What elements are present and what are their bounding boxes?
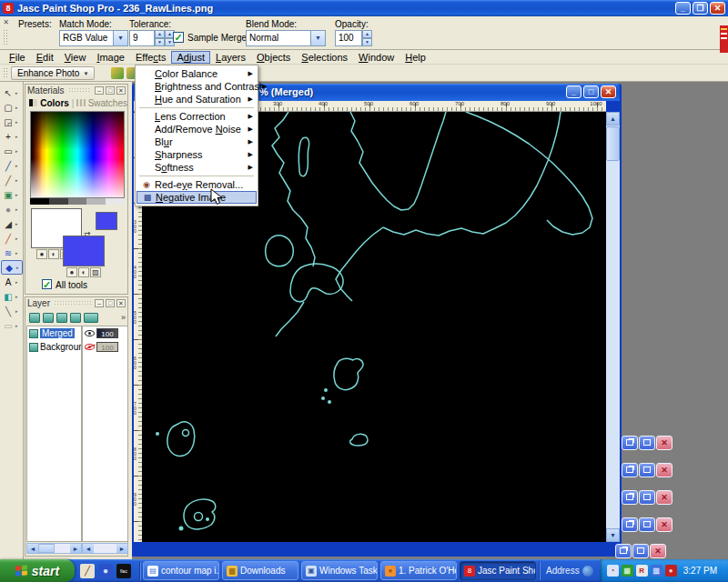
tool-flyout-icon[interactable]: ▸ (15, 148, 18, 154)
media-tray-icon[interactable]: ◔ (607, 565, 619, 577)
all-tools-checkbox[interactable]: ✓ (42, 279, 52, 289)
restore-window-button[interactable] (615, 544, 632, 558)
layer-maximize-icon[interactable]: □ (106, 299, 115, 307)
taskbar-task-contour-map-i[interactable]: ▤contour map i... (143, 561, 219, 580)
image-minimize-button[interactable]: _ (566, 85, 581, 98)
preset-shapes-tool[interactable]: ◧▸ (1, 289, 23, 304)
layer-opacity-value[interactable]: 100 (96, 328, 118, 338)
menu-file[interactable]: File (4, 51, 31, 64)
letter-r-tray-icon[interactable]: R (636, 565, 648, 577)
enhance-grip[interactable] (3, 67, 7, 79)
move-tool[interactable]: +▸ (1, 129, 23, 144)
tool-flyout-icon[interactable]: ▸ (15, 250, 18, 256)
selection-tool[interactable]: ▢▸ (1, 100, 23, 115)
scroll-right-icon[interactable]: ► (70, 544, 81, 553)
sample-merged-checkbox[interactable]: ✓ (173, 32, 184, 43)
close-window-button[interactable]: ✕ (650, 544, 666, 558)
menu-adjust[interactable]: Adjust (171, 51, 210, 64)
layer-grip[interactable] (54, 300, 91, 306)
menu-item-color-balance[interactable]: Color Balance▶ (136, 67, 257, 80)
pen-tool[interactable]: ╲▸ (1, 304, 23, 318)
fill-solid-icon[interactable]: ● (66, 267, 77, 277)
image-maximize-button[interactable]: □ (583, 85, 599, 98)
paintbrush-launcher-icon[interactable]: ╱ (80, 564, 95, 578)
object-selector-tool[interactable]: ▭▸ (1, 318, 23, 333)
close-button[interactable]: ✕ (710, 2, 725, 15)
crop-tool[interactable]: ▭▸ (1, 144, 23, 158)
style-gradient-icon[interactable]: ◐ (48, 249, 59, 259)
tool-flyout-icon[interactable]: ▸ (15, 236, 18, 241)
background-color-mini-swatch[interactable] (96, 212, 117, 230)
tool-flyout-icon[interactable]: ▸ (15, 163, 18, 168)
text-tool[interactable]: A▸ (1, 275, 23, 289)
layer-list-hscrollbar[interactable]: ◄ ► (26, 543, 82, 554)
taskbar-task-1-patrick-o-he[interactable]: ●1. Patrick O'He... (380, 561, 457, 580)
restore-window-button[interactable] (622, 463, 638, 477)
scroll-left-icon[interactable]: ◄ (83, 544, 94, 553)
menu-item-add-remove-noise[interactable]: Add/Remove Noise▶ (136, 123, 257, 135)
options-close-icon[interactable]: ✕ (2, 18, 10, 26)
arrow-tool[interactable]: ↖▸ (1, 85, 23, 100)
menu-edit[interactable]: Edit (31, 51, 59, 64)
restore-window-button[interactable] (622, 490, 638, 505)
restore-window-button[interactable] (622, 436, 638, 450)
green-app-tray-icon[interactable]: ▦ (622, 565, 633, 577)
tool-flyout-icon[interactable]: ▸ (15, 134, 18, 139)
layer-controls-backgrour[interactable]: 100 (83, 340, 127, 354)
menu-view[interactable]: View (59, 51, 92, 64)
tool-flyout-icon[interactable]: ▸ (16, 265, 19, 270)
layer-close-icon[interactable]: ✕ (116, 299, 126, 307)
background-color-swatch[interactable] (63, 236, 105, 266)
menu-item-hue-and-saturation[interactable]: Hue and Saturation▶ (136, 93, 257, 105)
tolerance-spinner[interactable]: ▲▼ (155, 30, 165, 46)
image-close-button[interactable]: ✕ (601, 85, 616, 98)
dropper-tool[interactable]: ╱▸ (1, 158, 23, 173)
maximize-window-button[interactable] (639, 517, 655, 532)
visibility-eye-icon[interactable] (85, 330, 95, 336)
layer-row-backgrour[interactable]: Backgrour (27, 340, 81, 354)
start-button[interactable]: start (0, 559, 75, 582)
maximize-window-button[interactable] (639, 436, 655, 450)
opacity-input[interactable]: 100 (335, 30, 362, 46)
more-options-icon[interactable]: » (121, 313, 127, 322)
tool-flyout-icon[interactable]: ▸ (15, 119, 18, 125)
tool-flyout-icon[interactable]: ▸ (15, 294, 18, 299)
menu-selections[interactable]: Selections (296, 51, 353, 64)
menu-item-lens-correction[interactable]: Lens Correction▶ (136, 110, 257, 123)
layer-minimize-icon[interactable]: – (95, 299, 104, 307)
menu-layers[interactable]: Layers (210, 51, 251, 64)
materials-minimize-icon[interactable]: – (95, 86, 104, 95)
paintbrush-tool[interactable]: ╱▸ (1, 173, 23, 187)
layer-opacity-value[interactable]: 100 (96, 342, 118, 352)
network-tray-icon[interactable]: ▥ (651, 565, 662, 577)
close-window-button[interactable]: ✕ (656, 490, 672, 505)
automatic-enhance-icon[interactable] (111, 67, 124, 79)
menu-objects[interactable]: Objects (251, 51, 296, 64)
scroll-up-icon[interactable]: ▲ (606, 112, 620, 125)
color-picker-gradient[interactable] (30, 111, 125, 198)
opacity-spinner[interactable]: ▲▼ (362, 30, 372, 46)
delete-layer-icon[interactable] (70, 313, 81, 323)
flac-launcher-icon[interactable]: flac (116, 564, 131, 578)
menu-item-red-eye-removal[interactable]: ◉Red-eye Removal... (136, 178, 257, 191)
visibility-eye-off-icon[interactable] (85, 344, 95, 350)
airbrush-tool[interactable]: ●▸ (1, 202, 23, 216)
options-grip[interactable] (3, 29, 9, 45)
enhance-photo-button[interactable]: Enhance Photo ▼ (11, 66, 95, 80)
flood-fill-tool[interactable]: ◆▸ (1, 260, 23, 275)
vertical-scrollbar[interactable]: ▲ ▼ (606, 112, 620, 542)
grayscale-strip[interactable] (30, 198, 125, 205)
restore-window-button[interactable] (622, 517, 638, 532)
maximize-window-button[interactable] (639, 463, 655, 477)
tool-flyout-icon[interactable]: ▸ (15, 105, 18, 110)
deform-tool[interactable]: ◲▸ (1, 115, 23, 129)
warp-brush-tool[interactable]: ╱▸ (1, 231, 23, 246)
smudge-tool[interactable]: ◢▸ (1, 216, 23, 231)
tool-flyout-icon[interactable]: ▸ (15, 323, 18, 328)
address-toolbar[interactable]: Address (542, 566, 597, 577)
layer-link-icon[interactable] (84, 313, 98, 323)
close-window-button[interactable]: ✕ (656, 517, 672, 532)
menu-item-sharpness[interactable]: Sharpness▶ (136, 148, 257, 161)
new-adjustment-layer-icon[interactable] (56, 313, 67, 323)
maximize-window-button[interactable] (639, 490, 655, 505)
